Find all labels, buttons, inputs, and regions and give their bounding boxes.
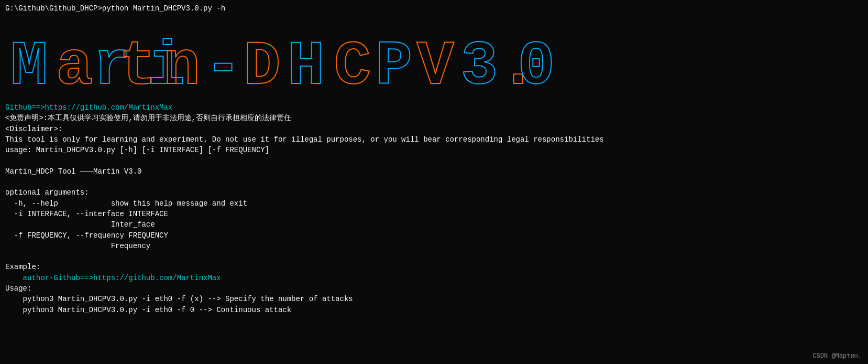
interface-desc: Inter_face xyxy=(5,219,863,230)
svg-text:a: a xyxy=(56,31,93,97)
svg-text:0: 0 xyxy=(518,31,555,97)
github-line: Github==>https://github.com/MartinxMax xyxy=(5,102,863,113)
svg-text:H: H xyxy=(287,31,324,97)
usage-line: usage: Martin_DHCPV3.0.py [-h] [-i INTER… xyxy=(5,145,863,155)
usage-header: Usage: xyxy=(5,283,863,294)
terminal-window: G:\Github\Github_DHCP>python Martin_DHCP… xyxy=(0,0,868,364)
disclaimer-tag: <Disclaimer>: xyxy=(5,124,863,134)
disclaimer-en: This tool is only for learning and exper… xyxy=(5,134,863,145)
svg-text:M: M xyxy=(10,31,49,97)
frequency-arg: -f FREQUENCY, --frequency FREQUENCY xyxy=(5,230,863,241)
svg-text:-: - xyxy=(204,31,241,97)
empty2 xyxy=(5,177,863,187)
usage-cmd2: python3 Martin_DHCPV3.0.py -i eth0 -f 0 … xyxy=(5,305,863,315)
info-section: Github==>https://github.com/MartinxMax <… xyxy=(5,102,863,315)
help-arg: -h, --help show this help message and ex… xyxy=(5,198,863,209)
ascii-banner: M a r t i n - D H C P V 3 . xyxy=(5,16,863,97)
svg-text:C: C xyxy=(334,31,371,97)
prompt-line: G:\Github\Github_DHCP>python Martin_DHCP… xyxy=(5,4,863,13)
usage-cmd1: python3 Martin_DHCPV3.0.py -i eth0 -f (x… xyxy=(5,294,863,304)
banner-svg: M a r t i n - D H C P V 3 . xyxy=(5,16,863,97)
disclaimer-cn: <免责声明>:本工具仅供学习实验使用,请勿用于非法用途,否则自行承担相应的法律责… xyxy=(5,113,863,123)
svg-text:P: P xyxy=(375,31,412,97)
optional-header: optional arguments: xyxy=(5,187,863,198)
example-author: author-Github==>https://github.com/Marti… xyxy=(5,273,863,283)
svg-text:n: n xyxy=(163,31,200,97)
interface-arg: -i INTERFACE, --interface INTERFACE xyxy=(5,209,863,219)
empty3 xyxy=(5,251,863,262)
tool-desc: Martin_HDCP Tool ———Martin V3.0 xyxy=(5,166,863,177)
watermark: CSDN @Мартин. xyxy=(812,352,862,360)
empty1 xyxy=(5,155,863,166)
svg-text:D: D xyxy=(243,31,280,97)
example-header: Example: xyxy=(5,262,863,272)
svg-text:V: V xyxy=(416,31,454,97)
svg-text:3: 3 xyxy=(460,31,498,97)
frequency-desc: Frequency xyxy=(5,241,863,251)
